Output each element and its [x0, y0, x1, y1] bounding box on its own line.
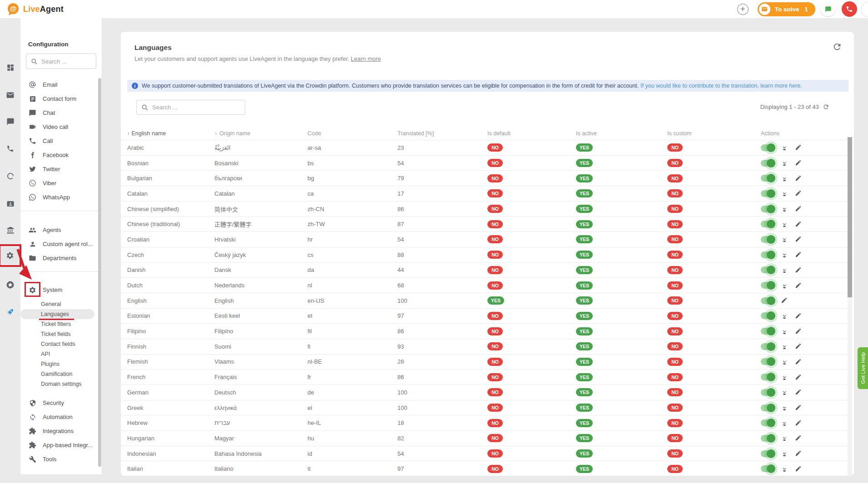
to-solve-button[interactable]: To solve 1 — [758, 2, 815, 16]
rail-item-customers[interactable] — [4, 197, 16, 210]
sidebar-item-automation[interactable]: Automation — [20, 410, 102, 424]
rail-item-dashboard[interactable] — [4, 61, 16, 74]
rail-item-tickets[interactable] — [4, 89, 16, 101]
download-icon[interactable] — [781, 450, 788, 457]
active-toggle[interactable] — [761, 389, 774, 396]
sidebar-item-gamification[interactable]: Gamification — [20, 369, 102, 379]
edit-icon[interactable] — [795, 434, 802, 442]
active-toggle[interactable] — [761, 419, 774, 426]
table-search[interactable] — [136, 100, 245, 115]
download-icon[interactable] — [781, 205, 788, 212]
edit-icon[interactable] — [795, 221, 802, 228]
download-icon[interactable] — [781, 190, 788, 197]
download-icon[interactable] — [781, 282, 788, 289]
sidebar-item-domain-settings[interactable]: Domain settings — [20, 379, 102, 389]
chats-online-button[interactable] — [821, 2, 835, 16]
edit-icon[interactable] — [795, 190, 802, 197]
table-search-input[interactable] — [152, 104, 240, 111]
column-header-origin-name[interactable]: ↑↓Origin name — [214, 130, 308, 137]
edit-icon[interactable] — [795, 159, 802, 167]
edit-icon[interactable] — [795, 282, 802, 289]
download-icon[interactable] — [781, 221, 788, 228]
active-toggle[interactable] — [761, 236, 774, 243]
learn-more-link[interactable]: Learn more — [351, 55, 381, 62]
rail-item-sla[interactable] — [4, 170, 16, 182]
active-toggle[interactable] — [761, 374, 774, 380]
banner-link[interactable]: If you would like to contribute to the t… — [640, 83, 802, 89]
rail-item-getting-started[interactable] — [4, 306, 16, 318]
edit-icon[interactable] — [795, 236, 802, 243]
sidebar-item-ticket-fields[interactable]: Ticket fields — [20, 329, 102, 339]
sidebar-item-system[interactable]: System — [20, 283, 102, 297]
active-toggle[interactable] — [761, 450, 774, 457]
active-toggle[interactable] — [761, 190, 774, 197]
sidebar-item-api[interactable]: API — [20, 349, 102, 359]
rail-item-calls[interactable] — [4, 143, 16, 155]
sidebar-item-security[interactable]: Security — [20, 396, 102, 410]
download-icon[interactable] — [781, 389, 788, 396]
edit-icon[interactable] — [795, 175, 802, 182]
rail-item-billing[interactable] — [4, 224, 16, 236]
refresh-icon[interactable] — [823, 104, 829, 110]
download-icon[interactable] — [781, 358, 788, 365]
active-toggle[interactable] — [761, 266, 774, 273]
edit-icon[interactable] — [795, 312, 802, 320]
sidebar-item-ticket-filters[interactable]: Ticket filters — [20, 319, 102, 329]
column-header-code[interactable]: Code — [308, 130, 397, 137]
sidebar-item-general[interactable]: General — [20, 299, 102, 309]
active-toggle[interactable] — [761, 343, 774, 350]
download-icon[interactable] — [781, 266, 788, 274]
sidebar-search[interactable] — [26, 54, 96, 69]
download-icon[interactable] — [781, 328, 788, 335]
active-toggle[interactable] — [761, 282, 774, 289]
active-toggle[interactable] — [761, 160, 774, 167]
rail-item-chats[interactable] — [4, 115, 16, 128]
edit-icon[interactable] — [795, 404, 802, 411]
active-toggle[interactable] — [761, 404, 774, 411]
calls-button[interactable] — [842, 1, 857, 17]
edit-icon[interactable] — [795, 343, 802, 350]
edit-icon[interactable] — [795, 358, 802, 365]
edit-icon[interactable] — [795, 465, 802, 473]
refresh-icon[interactable] — [832, 42, 842, 52]
edit-icon[interactable] — [795, 328, 802, 335]
sidebar-item-chat[interactable]: Chat — [20, 106, 102, 120]
active-toggle[interactable] — [761, 328, 774, 335]
download-icon[interactable] — [781, 343, 788, 350]
download-icon[interactable] — [781, 404, 788, 411]
download-icon[interactable] — [781, 434, 788, 442]
sidebar-item-custom-agent-rol[interactable]: Custom agent rol... — [20, 237, 102, 251]
column-header-english-name[interactable]: ↑English name — [127, 130, 214, 137]
sidebar-item-facebook[interactable]: Facebook — [20, 148, 102, 162]
edit-icon[interactable] — [795, 266, 802, 274]
edit-icon[interactable] — [795, 419, 802, 427]
rail-item-configuration[interactable] — [2, 247, 18, 264]
active-toggle[interactable] — [761, 312, 774, 319]
sidebar-scrollbar[interactable] — [98, 78, 101, 467]
active-toggle[interactable] — [761, 465, 774, 472]
sidebar-search-input[interactable] — [41, 58, 91, 65]
active-toggle[interactable] — [761, 144, 774, 151]
edit-icon[interactable] — [795, 251, 802, 258]
sidebar-item-plugins[interactable]: Plugins — [20, 359, 102, 369]
download-icon[interactable] — [781, 465, 788, 473]
add-new-button[interactable]: + — [737, 4, 749, 15]
sidebar-item-call[interactable]: Call — [20, 134, 102, 148]
table-scrollbar[interactable] — [848, 137, 852, 297]
avatar[interactable] — [861, 2, 868, 17]
sidebar-item-contact-form[interactable]: Contact form — [20, 92, 102, 106]
download-icon[interactable] — [781, 312, 788, 320]
edit-icon[interactable] — [795, 144, 802, 151]
active-toggle[interactable] — [761, 251, 774, 258]
download-icon[interactable] — [781, 175, 788, 182]
sidebar-item-app-based-integr[interactable]: App-based Integr... — [20, 438, 102, 452]
sidebar-item-tools[interactable]: Tools — [20, 452, 102, 466]
edit-icon[interactable] — [795, 450, 802, 457]
active-toggle[interactable] — [761, 175, 774, 182]
download-icon[interactable] — [781, 374, 788, 381]
sidebar-item-email[interactable]: Email — [20, 78, 102, 92]
sidebar-item-video-call[interactable]: Video call — [20, 120, 102, 134]
download-icon[interactable] — [781, 419, 788, 427]
rail-item-rewards[interactable] — [4, 279, 16, 291]
active-toggle[interactable] — [761, 206, 774, 212]
